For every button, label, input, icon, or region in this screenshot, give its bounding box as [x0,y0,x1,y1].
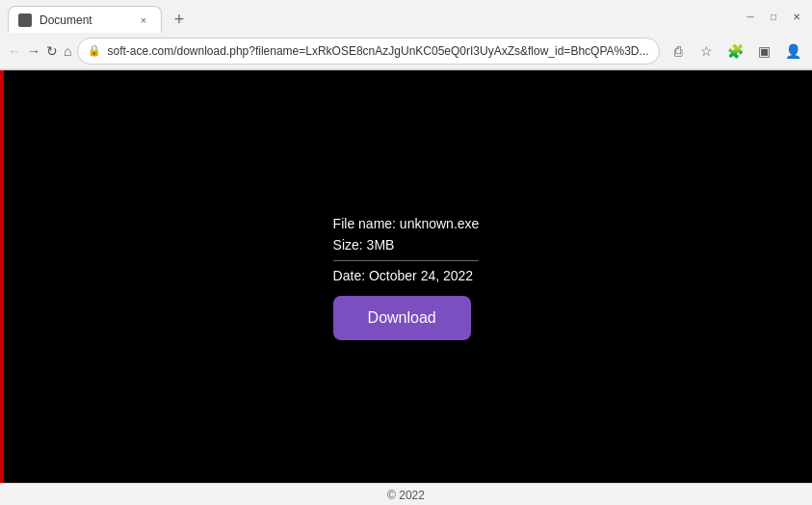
title-bar: Document × + ─ □ ✕ [0,0,812,33]
share-button[interactable]: ⎙ [666,39,691,64]
tab-title: Document [39,13,128,27]
divider [333,260,480,261]
size-label: Size: 3MB [333,234,480,255]
filename-label: File name: unknown.exe [333,213,480,234]
url-text: soft-ace.com/download.php?filename=LxRkO… [107,44,648,58]
window-controls: ─ □ ✕ [743,9,804,24]
bookmark-button[interactable]: ☆ [694,39,720,64]
tab-bar: Document × + [8,0,735,33]
date-label: Date: October 24, 2022 [333,265,480,286]
reload-button[interactable]: ↻ [46,39,58,64]
browser-chrome: Document × + ─ □ ✕ ← → ↻ ⌂ 🔒 soft-ace.co… [0,0,812,70]
cast-button[interactable]: ▣ [752,39,777,64]
minimize-button[interactable]: ─ [743,9,758,24]
page-content: File name: unknown.exe Size: 3MB Date: O… [0,70,812,483]
home-button[interactable]: ⌂ [64,39,71,64]
active-tab[interactable]: Document × [8,6,162,33]
maximize-button[interactable]: □ [766,9,781,24]
profile-button[interactable]: 👤 [781,39,806,64]
red-stripe [0,70,4,483]
toolbar-actions: ⎙ ☆ 🧩 ▣ 👤 ⋮ [666,39,812,64]
back-button[interactable]: ← [8,39,21,64]
address-bar[interactable]: 🔒 soft-ace.com/download.php?filename=LxR… [77,38,659,65]
new-tab-button[interactable]: + [166,6,193,33]
copyright-text: © 2022 [387,489,425,502]
lock-icon: 🔒 [88,44,101,57]
file-info-block: File name: unknown.exe Size: 3MB Date: O… [333,213,480,340]
extensions-button[interactable]: 🧩 [723,39,748,64]
toolbar: ← → ↻ ⌂ 🔒 soft-ace.com/download.php?file… [0,33,812,69]
status-bar: © 2022 [0,483,812,505]
tab-favicon [18,13,32,27]
close-button[interactable]: ✕ [789,9,804,24]
download-button[interactable]: Download [333,296,471,340]
tab-close-button[interactable]: × [136,13,151,28]
forward-button[interactable]: → [27,39,40,64]
